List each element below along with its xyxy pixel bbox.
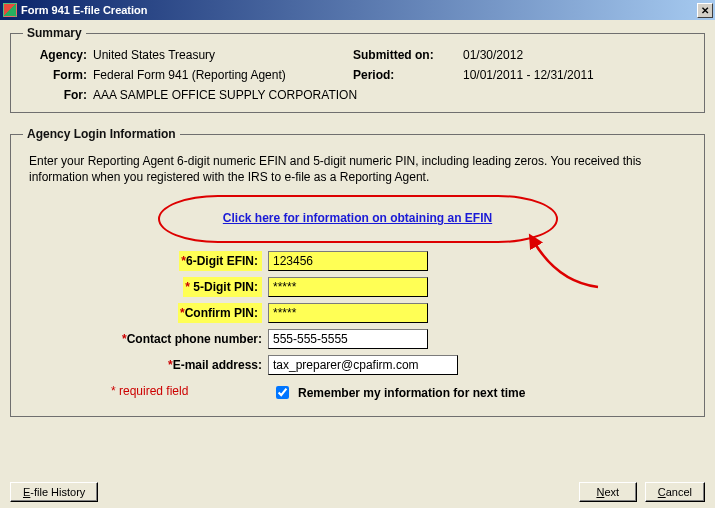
submitted-label: Submitted on: [353, 48, 463, 62]
efile-history-button[interactable]: E-file History [10, 482, 98, 502]
app-icon [3, 3, 17, 17]
window-title: Form 941 E-file Creation [21, 4, 697, 16]
dialog-footer: E-file History Next Cancel [0, 482, 715, 502]
login-instructions: Enter your Reporting Agent 6-digit numer… [29, 153, 686, 185]
required-field-note: * required field [111, 384, 692, 398]
efin-input[interactable] [268, 251, 428, 271]
agency-label: Agency: [23, 48, 93, 62]
phone-label: Contact phone number: [127, 332, 262, 346]
next-button[interactable]: Next [579, 482, 637, 502]
period-value: 10/01/2011 - 12/31/2011 [463, 68, 692, 82]
efin-label: 6-Digit EFIN: [186, 254, 258, 268]
form-value: Federal Form 941 (Reporting Agent) [93, 68, 353, 82]
submitted-value: 01/30/2012 [463, 48, 692, 62]
phone-input[interactable] [268, 329, 428, 349]
pin-input[interactable] [268, 277, 428, 297]
efin-info-link[interactable]: Click here for information on obtaining … [168, 211, 548, 225]
summary-legend: Summary [23, 26, 86, 40]
pin-label: 5-Digit PIN: [193, 280, 258, 294]
login-group: Agency Login Information Enter your Repo… [10, 127, 705, 417]
close-button[interactable]: ✕ [697, 3, 713, 18]
form-label: Form: [23, 68, 93, 82]
email-label: E-mail address: [173, 358, 262, 372]
email-input[interactable] [268, 355, 458, 375]
agency-value: United States Treasury [93, 48, 353, 62]
cancel-button[interactable]: Cancel [645, 482, 705, 502]
confirm-pin-label: Confirm PIN: [185, 306, 258, 320]
for-value: AAA SAMPLE OFFICE SUPPLY CORPORATION [93, 88, 692, 102]
confirm-pin-input[interactable] [268, 303, 428, 323]
period-label: Period: [353, 68, 463, 82]
for-label: For: [23, 88, 93, 102]
summary-group: Summary Agency: United States Treasury S… [10, 26, 705, 113]
login-legend: Agency Login Information [23, 127, 180, 141]
title-bar: Form 941 E-file Creation ✕ [0, 0, 715, 20]
